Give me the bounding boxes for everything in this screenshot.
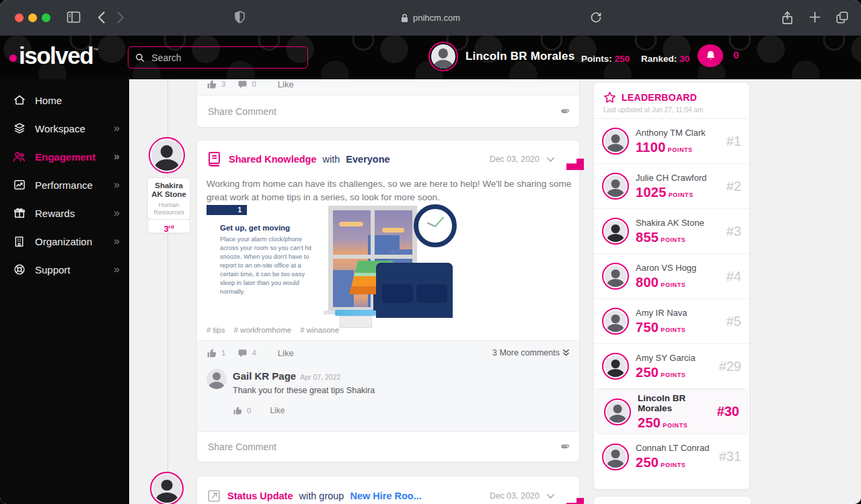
author-avatar[interactable] xyxy=(149,137,185,173)
zoom-window-button[interactable] xyxy=(42,13,50,22)
post-connector: with xyxy=(323,154,340,165)
chevron-right-icon: » xyxy=(114,263,118,276)
people-icon xyxy=(12,150,26,164)
like-count: 3 xyxy=(221,80,225,88)
tip-title: Get up, get moving xyxy=(220,224,290,232)
table-illustration xyxy=(335,310,447,316)
like-count: 0 xyxy=(247,407,251,415)
hashtag[interactable]: # winasone xyxy=(300,326,339,334)
leaderboard-entry-current-user[interactable]: Lincoln BR Morales250POINTS #30 xyxy=(595,389,748,434)
leaderboard-entry[interactable]: Amy SY Garcia250POINTS #29 xyxy=(594,344,749,389)
post-audience[interactable]: Everyone xyxy=(346,154,389,165)
like-button[interactable]: Like xyxy=(278,348,294,358)
post-card-partial: 3 0 Like xyxy=(196,79,580,128)
isolved-logo[interactable]: isolved ™ xyxy=(9,42,98,69)
points-label: POINTS xyxy=(661,462,685,468)
browser-window: pnihcm.com isolved ™ Lincoln BR Morales xyxy=(0,0,861,504)
hashtag-row: # tips # workfromhome # winasone xyxy=(207,326,339,334)
minimize-window-button[interactable] xyxy=(28,13,37,22)
gift-icon xyxy=(12,206,26,220)
like-count: 1 xyxy=(221,349,225,357)
like-button[interactable]: Like xyxy=(278,79,294,89)
external-link-icon xyxy=(207,489,221,503)
sidebar-item-home[interactable]: Home xyxy=(0,86,129,114)
commenter-name[interactable]: Gail KR PageApr 07, 2022 xyxy=(233,370,340,382)
address-bar[interactable]: pnihcm.com xyxy=(0,0,861,36)
user-menu[interactable]: Lincoln BR Morales xyxy=(428,42,574,71)
sidebar-toggle-icon[interactable] xyxy=(67,11,81,24)
lamp-illustration xyxy=(349,261,402,294)
share-comment-input[interactable] xyxy=(207,441,560,453)
chevron-down-icon[interactable] xyxy=(546,157,555,163)
leaderboard-entry[interactable]: Julie CH Crawford1025POINTS #2 xyxy=(594,164,749,209)
flag-ribbon-icon xyxy=(566,498,584,504)
group-link[interactable]: New Hire Roo... xyxy=(350,491,421,501)
post-type[interactable]: Status Update xyxy=(227,491,293,501)
back-button[interactable] xyxy=(98,11,105,24)
search-box[interactable] xyxy=(128,46,308,69)
leaderboard-updated: Last updated at Jun 27, 11:04 am xyxy=(603,106,740,114)
hashtag[interactable]: # tips xyxy=(207,326,225,334)
commenter-avatar[interactable] xyxy=(207,369,227,389)
share-comment-input[interactable] xyxy=(207,106,560,118)
thumbs-up-icon[interactable] xyxy=(207,79,217,89)
sidebar-item-rewards[interactable]: Rewards » xyxy=(0,199,129,227)
browser-toolbar: pnihcm.com xyxy=(0,0,861,36)
leaderboard-entry[interactable]: Shakira AK Stone855POINTS #3 xyxy=(594,209,749,254)
tab-overview-icon[interactable] xyxy=(835,11,849,24)
leaderboard-entry[interactable]: Anthony TM Clark1100POINTS #1 xyxy=(594,119,749,164)
leaderboard-entry[interactable]: Aaron VS Hogg800POINTS #4 xyxy=(594,254,749,299)
comment-icon[interactable] xyxy=(237,79,248,89)
forward-button[interactable] xyxy=(117,11,124,24)
paperclip-icon[interactable] xyxy=(560,442,570,452)
more-comments-link[interactable]: 3 More comments xyxy=(492,348,570,358)
chevron-down-icon[interactable] xyxy=(546,493,555,499)
sidebar-item-performance[interactable]: Performance » xyxy=(0,171,129,199)
sidebar-item-engagement[interactable]: Engagement » xyxy=(0,142,129,171)
tip-text: Place your alarm clock/phone across your… xyxy=(220,235,315,296)
paperclip-icon[interactable] xyxy=(560,106,570,117)
notifications-button[interactable] xyxy=(698,44,723,67)
points-label: POINTS xyxy=(668,146,693,153)
star-icon xyxy=(603,91,616,103)
post-date: Dec 03, 2020 xyxy=(490,491,555,501)
like-button[interactable]: Like xyxy=(270,406,285,415)
comment-count: 0 xyxy=(252,80,256,88)
post-connector: with group xyxy=(299,491,344,501)
leaderboard-name: Julie CH Crawford xyxy=(636,173,706,183)
leaderboard-name: Amy IR Nava xyxy=(636,308,687,318)
comments-section: 1 4 Like 3 More comments Gail KR PageApr… xyxy=(197,340,579,432)
leaderboard-entry[interactable]: Connah LT Conrad250POINTS #31 xyxy=(594,434,749,479)
sidebar-item-label: Performance xyxy=(35,179,93,191)
leaderboard-points: 250 xyxy=(636,455,659,470)
leaderboard-rank: #2 xyxy=(726,179,741,194)
author-avatar[interactable] xyxy=(150,472,184,504)
post-type[interactable]: Shared Knowledge xyxy=(229,154,317,165)
sidebar-item-workspace[interactable]: Workspace » xyxy=(0,114,129,142)
close-window-button[interactable] xyxy=(15,13,24,22)
author-card[interactable]: Shakira AK Stone Human Resources xyxy=(147,177,190,220)
share-icon[interactable] xyxy=(781,11,794,26)
thumbs-up-icon[interactable] xyxy=(233,405,243,415)
thumbs-up-icon[interactable] xyxy=(207,347,217,358)
post-date: Dec 03, 2020 xyxy=(490,155,555,164)
comment-text: Thank you for these great tips Shakira xyxy=(233,386,375,395)
chart-icon xyxy=(12,178,26,192)
reload-icon[interactable] xyxy=(590,11,602,24)
sidebar-item-label: Organization xyxy=(35,236,92,247)
hashtag[interactable]: # workfromhome xyxy=(234,326,292,334)
couch-illustration xyxy=(376,263,453,318)
leaderboard-points: 1025 xyxy=(636,185,667,200)
author-rank-badge: 3rd xyxy=(147,219,190,233)
shield-icon[interactable] xyxy=(234,10,246,25)
comment-icon[interactable] xyxy=(237,348,248,358)
sidebar-item-label: Engagement xyxy=(35,151,96,163)
leaderboard-name: Aaron VS Hogg xyxy=(636,263,696,273)
new-tab-icon[interactable] xyxy=(809,11,821,24)
leaderboard-name: Amy SY Garcia xyxy=(636,353,696,363)
leaderboard-entry[interactable]: Amy IR Nava750POINTS #5 xyxy=(594,299,749,344)
next-card-edge xyxy=(593,496,751,504)
sidebar-item-support[interactable]: Support » xyxy=(0,255,129,284)
search-input[interactable] xyxy=(150,52,301,64)
sidebar-item-organization[interactable]: Organization » xyxy=(0,227,129,255)
